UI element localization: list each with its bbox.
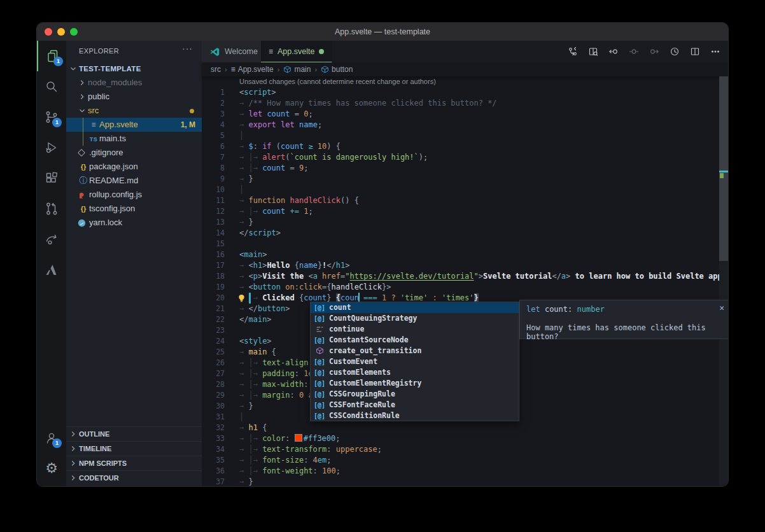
- sidebar-header: EXPLORER ···: [66, 41, 202, 62]
- activity-item-extensions[interactable]: [37, 163, 66, 193]
- activity-item-run-debug[interactable]: [37, 132, 66, 163]
- editor-group: Welcome≡App.svelte src›≡App.svelte›main›…: [202, 41, 728, 486]
- chevron-right-icon: [69, 459, 79, 468]
- editor-scrollbar[interactable]: [719, 76, 728, 486]
- tree-item-src[interactable]: src: [66, 104, 202, 118]
- activity-item-source-control[interactable]: 1: [37, 102, 66, 132]
- activity-badge: 1: [53, 57, 63, 66]
- gitlens-graph-icon[interactable]: [566, 45, 579, 59]
- file-lines-icon: ≡: [231, 65, 235, 74]
- ts-file-icon: TS: [88, 132, 99, 146]
- current-change-icon[interactable]: [627, 45, 640, 59]
- code-line-6: 6→ $: if (count ≥ 10) {: [202, 141, 718, 152]
- line-number: 27: [202, 368, 225, 379]
- breadcrumb-item-button[interactable]: button: [321, 65, 353, 74]
- desktop: App.svelte — test-template 111⚙ EXPLORER…: [0, 0, 765, 532]
- line-number: 29: [202, 390, 225, 401]
- activity-item-live-share[interactable]: [37, 224, 66, 255]
- tree-item-rollup-config-js[interactable]: rollup.config.js: [66, 188, 202, 202]
- activity-item-github-pull-requests[interactable]: [37, 193, 66, 224]
- previous-change-icon[interactable]: [607, 45, 620, 59]
- close-icon[interactable]: ✕: [719, 303, 724, 312]
- unsaved-dot-icon[interactable]: [319, 49, 324, 54]
- suggestion-CSSFontFaceRule[interactable]: [@]CSSFontFaceRule: [311, 400, 519, 410]
- tree-item-public[interactable]: public: [66, 90, 202, 104]
- scrollbar-thumb[interactable]: [719, 76, 728, 261]
- tab-app-svelte[interactable]: ≡App.svelte: [261, 41, 332, 62]
- breadcrumb-item-src[interactable]: src: [211, 65, 221, 74]
- tab-label: Welcome: [225, 47, 258, 56]
- suggestion-ConstantSourceNode[interactable]: [@]ConstantSourceNode: [311, 335, 519, 346]
- tree-item-tsconfig-json[interactable]: {}tsconfig.json: [66, 202, 202, 216]
- breadcrumb-item-main[interactable]: main: [283, 65, 311, 74]
- gitlens-codelens[interactable]: Unsaved changes (cannot determine recent…: [239, 78, 436, 85]
- activity-item-azure[interactable]: [37, 255, 66, 285]
- breadcrumb-separator: ›: [314, 66, 317, 73]
- code-line-33: 33→ │→ color: #ff3e00;: [202, 433, 718, 444]
- tree-root-folder[interactable]: TEST-TEMPLATE: [66, 62, 202, 76]
- code-line-5: 5│: [202, 130, 718, 141]
- activity-item-accounts[interactable]: 1: [37, 423, 66, 453]
- symbol-variable-icon: [@]: [313, 389, 326, 400]
- section-timeline[interactable]: TIMELINE: [66, 441, 202, 456]
- line-number: 24: [202, 336, 225, 347]
- suggestion-CountQueuingStrategy[interactable]: [@]CountQueuingStrategy: [311, 313, 519, 324]
- line-number: 30: [202, 401, 225, 412]
- breadcrumb-separator: ›: [277, 66, 280, 73]
- indent-guide: [83, 118, 83, 132]
- suggestion-CustomEvent[interactable]: [@]CustomEvent: [311, 356, 519, 367]
- tree-item-node-modules[interactable]: node_modules: [66, 76, 202, 90]
- tree-item--gitignore[interactable]: .gitignore: [66, 146, 202, 160]
- chevron-right-icon: [69, 430, 79, 438]
- activity-item-search[interactable]: [37, 71, 66, 102]
- tree-item-readme-md[interactable]: ⓘREADME.md: [66, 174, 202, 188]
- suggestion-count[interactable]: [@]count: [311, 302, 519, 313]
- line-number: 2: [202, 98, 225, 109]
- split-editor-icon[interactable]: [688, 45, 701, 59]
- line-number: 11: [202, 195, 225, 206]
- tree-item-main-ts[interactable]: TSmain.ts: [66, 132, 202, 146]
- open-changes-icon[interactable]: [586, 45, 600, 59]
- quick-info-description: How many times has someone clicked this …: [526, 323, 728, 341]
- breadcrumb: src›≡App.svelte›main›button: [202, 62, 728, 76]
- activity-item-settings[interactable]: ⚙: [37, 453, 66, 484]
- file-history-icon[interactable]: [668, 45, 681, 59]
- line-number: 33: [202, 433, 225, 444]
- activity-item-explorer[interactable]: 1: [37, 41, 67, 71]
- explorer-sidebar: EXPLORER ··· TEST-TEMPLATEnode_modulespu…: [66, 41, 202, 486]
- line-number: 32: [202, 423, 225, 433]
- tree-item-app-svelte[interactable]: ≡App.svelte1, M: [66, 118, 202, 132]
- line-number: 23: [202, 325, 225, 336]
- tab-welcome[interactable]: Welcome: [202, 41, 266, 62]
- tree-item-package-json[interactable]: {}package.json: [66, 160, 202, 174]
- search-icon: [44, 79, 59, 94]
- line-number: 26: [202, 358, 225, 368]
- section-npm-scripts[interactable]: NPM SCRIPTS: [66, 456, 202, 470]
- suggestion-CSSGroupingRule[interactable]: [@]CSSGroupingRule: [311, 389, 519, 400]
- section-outline[interactable]: OUTLINE: [66, 426, 202, 441]
- next-change-icon[interactable]: [647, 45, 661, 59]
- overview-cursor-marker: [719, 171, 728, 172]
- more-actions-icon[interactable]: ···: [182, 43, 193, 53]
- suggestion-CSSConditionRule[interactable]: [@]CSSConditionRule: [311, 410, 519, 421]
- debug-icon: [44, 140, 59, 155]
- symbol-variable-icon: [@]: [313, 400, 326, 410]
- line-number: 16: [202, 249, 225, 260]
- tree-item-yarn-lock[interactable]: yarn.lock: [66, 216, 202, 230]
- color-swatch[interactable]: [295, 434, 302, 442]
- suggestion-customElements[interactable]: [@]customElements: [311, 367, 519, 378]
- indent-guide: [83, 132, 83, 146]
- symbol-keyword-icon: [313, 325, 326, 333]
- workbench: 111⚙ EXPLORER ··· TEST-TEMPLATEnode_modu…: [37, 41, 728, 486]
- suggestion-CustomElementRegistry[interactable]: [@]CustomElementRegistry: [311, 378, 519, 389]
- line-number: 20: [202, 293, 225, 304]
- code-editor[interactable]: Unsaved changes (cannot determine recent…: [202, 76, 728, 486]
- suggestion-create_out_transition[interactable]: create_out_transition: [311, 346, 519, 356]
- gear-icon: ⚙: [45, 461, 58, 475]
- section-codetour[interactable]: CODETOUR: [66, 470, 202, 485]
- line-number: 37: [202, 477, 225, 486]
- suggestion-continue[interactable]: continue: [311, 324, 519, 335]
- chevron-down-icon: [78, 106, 88, 115]
- breadcrumb-item-app-svelte[interactable]: ≡App.svelte: [231, 65, 274, 74]
- more-actions-icon[interactable]: [708, 45, 722, 59]
